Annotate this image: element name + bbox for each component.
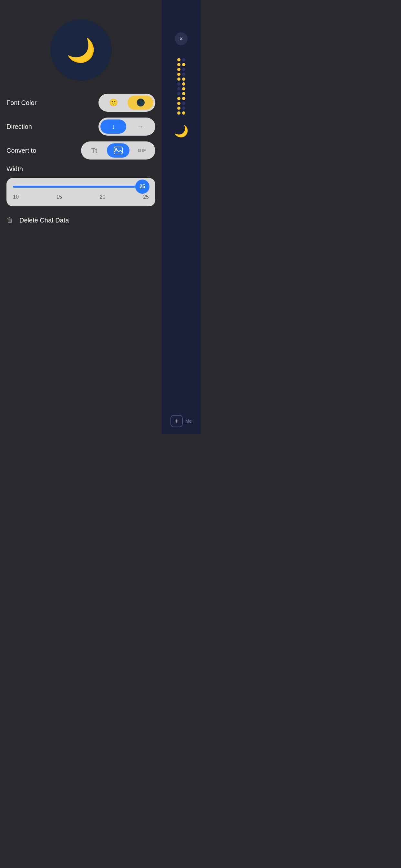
font-color-option-dark[interactable]: 🌑 [127,96,153,110]
delete-chat-row[interactable]: 🗑 Delete Chat Data [6,216,155,224]
direction-right-button[interactable]: → [127,120,153,134]
font-color-toggle[interactable]: 🙂 🌑 [98,94,155,112]
slider-track[interactable]: 25 [13,186,149,188]
font-color-option-light[interactable]: 🙂 [100,96,126,110]
text-format-icon: Tt [91,147,97,154]
direction-down-button[interactable]: ↓ [100,120,126,134]
smiley-emoji: 🙂 [109,98,118,107]
convert-to-toggle[interactable]: Tt GIF [81,142,155,159]
me-label: Me [185,418,191,424]
gif-label: GIF [138,148,146,153]
slider-thumb[interactable]: 25 [135,180,150,194]
moon-emoji: 🌙 [66,38,96,62]
convert-to-label: Convert to [6,147,36,154]
slider-value: 25 [140,184,145,190]
avatar-container: // Will be populated by JS below 🌙 [6,20,155,81]
convert-text-button[interactable]: Tt [83,144,105,158]
direction-toggle[interactable]: ↓ → [98,118,155,135]
tick-25: 25 [143,194,149,200]
slider-fill [13,186,138,188]
close-button[interactable]: × [175,32,188,45]
direction-row: Direction ↓ → [6,118,155,135]
add-chat-button[interactable]: + [171,415,183,427]
convert-to-row: Convert to Tt GIF [6,142,155,159]
width-slider-container: 25 10 15 20 25 [6,178,155,206]
slider-labels: 10 15 20 25 [13,194,149,200]
tick-15: 15 [56,194,62,200]
moon-preview-icon: 🌙 [174,124,189,138]
delete-chat-label: Delete Chat Data [19,217,69,224]
direction-label: Direction [6,123,32,130]
convert-image-button[interactable] [107,144,129,158]
avatar-circle: // Will be populated by JS below 🌙 [50,20,112,81]
trash-icon: 🗑 [6,216,13,224]
arrow-right-icon: → [137,122,144,131]
dot-art-preview [177,55,185,115]
main-settings-panel: // Will be populated by JS below 🌙 Font … [0,0,162,434]
tick-20: 20 [100,194,105,200]
right-panel: × [162,0,201,434]
close-icon: × [180,35,183,42]
plus-icon: + [175,417,179,425]
convert-gif-button[interactable]: GIF [131,144,153,158]
moon-face-emoji: 🌑 [136,98,145,107]
width-label: Width [6,165,155,173]
arrow-down-icon: ↓ [112,122,115,131]
font-color-row: Font Color 🙂 🌑 [6,94,155,112]
image-icon [114,147,123,154]
font-color-label: Font Color [6,99,36,106]
chat-input-bar: + Me [162,408,201,434]
tick-10: 10 [13,194,19,200]
width-section: Width 25 10 15 20 25 [6,165,155,206]
